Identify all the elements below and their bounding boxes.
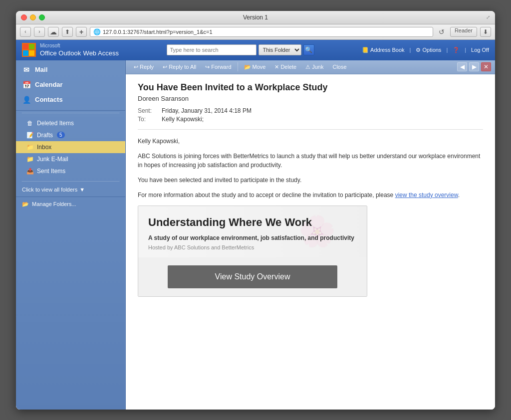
delete-button[interactable]: ✕ Delete — [270, 62, 300, 72]
ms-blue-quad — [23, 50, 28, 56]
toolbar-nav-buttons: ◀ ▶ ✕ — [457, 62, 491, 71]
folder-drafts-label: Drafts — [37, 132, 53, 139]
email-paragraph-3: For more information about the study and… — [138, 191, 483, 200]
add-tab-button[interactable]: + — [76, 27, 87, 37]
junk-icon: 📁 — [26, 155, 34, 163]
folder-deleted-items[interactable]: 🗑 Deleted Items — [16, 117, 125, 129]
inbox-icon: 📁 — [26, 143, 34, 151]
sent-label: Sent: — [138, 107, 158, 114]
owa-brand-text: Microsoft Office Outlook Web Access — [40, 43, 119, 57]
cloud-button[interactable]: ☁ — [48, 27, 59, 37]
calendar-icon: 📅 — [22, 80, 31, 89]
minimize-window-button[interactable] — [30, 14, 36, 20]
toolbar-separator-1 — [238, 62, 238, 71]
resize-icon: ⤢ — [486, 14, 490, 20]
next-email-button[interactable]: ▶ — [469, 62, 479, 71]
options-link[interactable]: ⚙ Options — [416, 47, 441, 53]
manage-folders-link[interactable]: 📂 Manage Folders... — [16, 198, 125, 210]
search-button[interactable]: 🔍 — [303, 44, 314, 55]
sidebar-item-contacts[interactable]: 👤 Contacts — [16, 92, 125, 107]
forward-button[interactable]: › — [34, 27, 45, 37]
study-card-body: View Study Overview — [138, 257, 367, 296]
email-content: You Have Been Invited to a Workplace Stu… — [126, 74, 495, 410]
delete-icon: ✕ — [274, 64, 279, 70]
sidebar-divider-2 — [16, 197, 125, 197]
mail-icon: ✉ — [22, 65, 31, 74]
move-icon: 📂 — [244, 64, 251, 70]
mail-label: Mail — [35, 66, 47, 73]
email-paragraph-2: You have been selected and invited to pa… — [138, 176, 483, 185]
ms-green-quad — [29, 44, 34, 49]
url-bar[interactable]: 🌐 127.0.0.1:32767/start.html?p=version_1… — [90, 27, 433, 37]
close-window-button[interactable] — [21, 14, 27, 20]
reply-icon: ↩ — [134, 64, 138, 70]
folder-drafts[interactable]: 📝 Drafts 5 — [16, 129, 125, 141]
share-button[interactable]: ⬆ — [62, 27, 73, 37]
sidebar-nav: ✉ Mail 📅 Calendar 👤 Contacts — [16, 60, 125, 109]
view-all-label: Click to view all folders — [22, 187, 77, 193]
sidebar-item-calendar[interactable]: 📅 Calendar — [16, 77, 125, 92]
close-pane-button[interactable]: ✕ — [481, 62, 491, 71]
logoff-link[interactable]: Log Off — [471, 47, 489, 53]
help-icon: ❓ — [453, 47, 460, 53]
address-book-link[interactable]: 📒 Address Book — [362, 47, 404, 53]
refresh-button[interactable]: ↺ — [436, 27, 447, 37]
study-card-header: 🌸 Understanding Where We Work A study of… — [138, 206, 367, 258]
move-button[interactable]: 📂 Move — [240, 62, 270, 72]
to-value: Kelly Kapowski; — [162, 116, 204, 123]
owa-header: Microsoft Office Outlook Web Access This… — [16, 40, 495, 60]
folder-inbox[interactable]: 📁 Inbox — [16, 141, 125, 153]
address-book-icon: 📒 — [362, 47, 369, 53]
back-button[interactable]: ‹ — [20, 27, 31, 37]
email-sent-row: Sent: Friday, January 31, 2014 4:18 PM — [138, 107, 483, 114]
reader-button[interactable]: Reader — [450, 27, 477, 37]
folder-inbox-label: Inbox — [37, 144, 51, 151]
email-greeting: Kelly Kapowski, — [138, 137, 483, 146]
view-all-folders-link[interactable]: Click to view all folders ▼ — [16, 184, 125, 196]
email-paragraph-1: ABC Solutions is joining forces with Bet… — [138, 152, 483, 170]
manage-label: Manage Folders... — [32, 201, 76, 207]
email-body: Kelly Kapowski, ABC Solutions is joining… — [138, 137, 483, 297]
manage-icon: 📂 — [22, 201, 29, 208]
owa-nav-links: 📒 Address Book | ⚙ Options | ❓ | Log Off — [362, 47, 489, 53]
study-overview-link[interactable]: view the study overview — [395, 192, 458, 199]
dotted-divider-2 — [22, 181, 119, 182]
owa-app: Microsoft Office Outlook Web Access This… — [16, 40, 495, 410]
owa-logo: Microsoft Office Outlook Web Access — [22, 43, 119, 57]
sent-icon: 📤 — [26, 167, 34, 175]
dotted-divider — [22, 113, 119, 113]
prev-email-button[interactable]: ◀ — [457, 62, 467, 71]
folder-junk-label: Junk E-Mail — [37, 156, 68, 163]
calendar-label: Calendar — [35, 81, 63, 88]
reply-button[interactable]: ↩ Reply — [130, 62, 158, 72]
folder-sent[interactable]: 📤 Sent Items — [16, 165, 125, 177]
view-study-button[interactable]: View Study Overview — [168, 265, 337, 288]
drafts-badge: 5 — [57, 132, 65, 138]
maximize-window-button[interactable] — [39, 14, 45, 20]
url-text: 127.0.0.1:32767/start.html?p=version_1&c… — [103, 29, 430, 35]
brand-sub-label: Web Access — [83, 49, 119, 57]
folder-sent-label: Sent Items — [37, 168, 65, 175]
forward-icon: ↪ — [205, 64, 210, 70]
brand-label: Office Outlook — [40, 49, 81, 57]
forward-button[interactable]: ↪ Forward — [201, 62, 235, 72]
download-button[interactable]: ⬇ — [480, 27, 491, 37]
drafts-icon: 📝 — [26, 131, 34, 139]
junk-button[interactable]: ⚠ Junk — [301, 62, 327, 72]
sidebar-item-mail[interactable]: ✉ Mail — [16, 62, 125, 77]
search-input[interactable] — [167, 44, 256, 55]
nav-separator-1: | — [410, 47, 411, 53]
nav-separator-3: | — [465, 47, 466, 53]
search-folder-select[interactable]: This Folder — [258, 44, 301, 55]
study-card-host: Hosted by ABC Solutions and BetterMetric… — [148, 243, 357, 252]
url-globe-icon: 🌐 — [93, 28, 101, 35]
help-link[interactable]: ❓ — [453, 47, 460, 53]
contacts-label: Contacts — [35, 96, 63, 103]
email-pane: ↩ Reply ↩ Reply to All ↪ Forward 📂 Mov — [126, 60, 495, 410]
owa-search: This Folder 🔍 — [167, 44, 314, 55]
window-title: Version 1 — [243, 14, 268, 21]
reply-all-button[interactable]: ↩ Reply to All — [159, 62, 200, 72]
email-toolbar: ↩ Reply ↩ Reply to All ↪ Forward 📂 Mov — [126, 60, 495, 74]
close-email-button[interactable]: Close — [328, 62, 350, 71]
folder-junk[interactable]: 📁 Junk E-Mail — [16, 153, 125, 165]
